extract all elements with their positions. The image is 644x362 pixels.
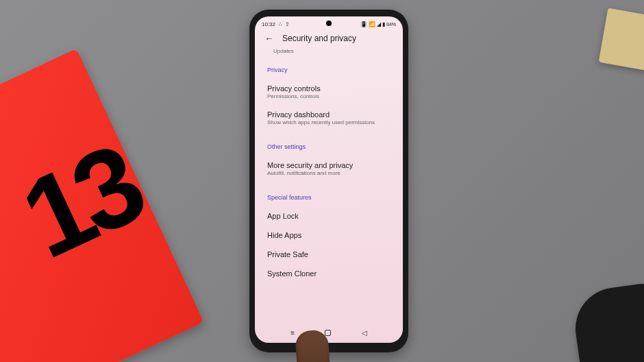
- item-sub: Autofill, notifications and more: [267, 170, 391, 176]
- signal-icon: ◢: [377, 21, 381, 27]
- phone-screen: 10:32 ⛬ ⇪ 📳 📶 ◢ ▮ 84% ← Security and pri…: [255, 16, 403, 343]
- updates-hint[interactable]: Updates: [273, 48, 391, 54]
- nav-back-icon[interactable]: ◁: [362, 329, 367, 337]
- navigation-bar: ≡ ◁: [255, 326, 403, 340]
- item-sub: Show which apps recently used permission…: [267, 119, 391, 125]
- item-title: Privacy dashboard: [267, 110, 391, 119]
- nav-recent-icon[interactable]: ≡: [290, 329, 295, 337]
- item-title: App Lock: [267, 212, 391, 220]
- item-app-lock[interactable]: App Lock: [267, 206, 391, 226]
- background-object-top: [599, 8, 644, 72]
- nav-home-icon[interactable]: [325, 330, 331, 336]
- item-title: Private Safe: [267, 250, 391, 258]
- item-hide-apps[interactable]: Hide Apps: [267, 226, 391, 245]
- camera-cutout: [326, 21, 332, 26]
- page-title: Security and privacy: [282, 34, 356, 43]
- battery-icon: ▮: [382, 21, 385, 27]
- item-title: More security and privacy: [267, 161, 391, 169]
- section-header-privacy: Privacy: [267, 67, 391, 73]
- status-time: 10:32: [262, 21, 275, 27]
- item-title: System Cloner: [267, 269, 391, 278]
- vibrate-icon: 📳: [360, 21, 367, 27]
- status-misc-icon: ⛬: [277, 21, 283, 27]
- item-more-security[interactable]: More security and privacy Autofill, noti…: [267, 156, 391, 182]
- wifi-icon: 📶: [369, 21, 375, 27]
- box-number: 13: [3, 121, 157, 285]
- settings-content: Updates Privacy Privacy controls Permiss…: [255, 48, 403, 283]
- background-object-bottom: [570, 280, 644, 362]
- section-header-other: Other settings: [267, 143, 391, 150]
- status-share-icon: ⇪: [285, 21, 290, 27]
- item-title: Privacy controls: [267, 84, 391, 93]
- item-privacy-controls[interactable]: Privacy controls Permissions, controls: [267, 79, 391, 105]
- item-system-cloner[interactable]: System Cloner: [267, 264, 391, 283]
- phone-frame: 10:32 ⛬ ⇪ 📳 📶 ◢ ▮ 84% ← Security and pri…: [249, 10, 408, 352]
- section-header-special: Special features: [267, 194, 391, 201]
- item-title: Hide Apps: [267, 231, 391, 239]
- item-private-safe[interactable]: Private Safe: [267, 245, 391, 264]
- item-privacy-dashboard[interactable]: Privacy dashboard Show which apps recent…: [267, 105, 391, 131]
- status-battery: 84%: [386, 22, 396, 27]
- page-header: ← Security and privacy: [255, 29, 403, 47]
- product-box: 13: [0, 49, 204, 362]
- item-sub: Permissions, controls: [267, 93, 391, 99]
- back-icon[interactable]: ←: [264, 33, 274, 44]
